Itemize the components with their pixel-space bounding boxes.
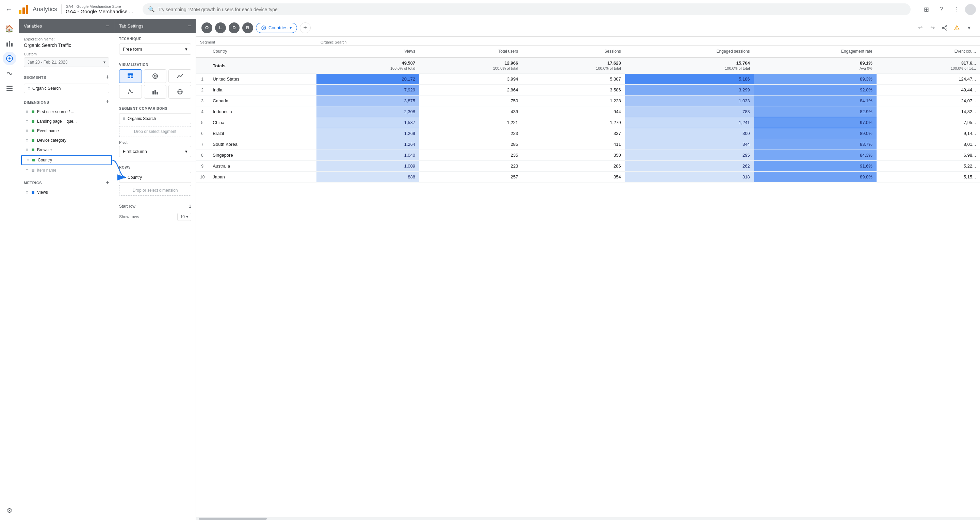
row-event-count: 9,14...	[877, 128, 980, 139]
add-segment-button[interactable]: +	[105, 74, 109, 81]
date-range-picker[interactable]: Jan 23 - Feb 21, 2023 ▾	[24, 57, 109, 67]
help-button[interactable]: ?	[935, 3, 947, 16]
total-users-header[interactable]: Total users	[419, 45, 522, 57]
viz-bar-button[interactable]	[144, 85, 167, 98]
table-row[interactable]: 8 Singapore 1,040 235 350 295 84.3% 6,98…	[196, 150, 980, 161]
dim-browser[interactable]: ⠿ Browser	[21, 146, 112, 154]
sessions-header[interactable]: Sessions	[522, 45, 625, 57]
horizontal-scrollbar[interactable]	[196, 517, 980, 520]
tab-settings-minimize-icon[interactable]: −	[188, 22, 191, 30]
rows-section: ROWS ⠿ Country Drop or select dimension	[115, 161, 196, 202]
pivot-dropdown[interactable]: First column ▾	[119, 146, 191, 157]
warning-dropdown-button[interactable]: ▾	[964, 22, 975, 33]
drop-dimension-zone[interactable]: Drop or select dimension	[119, 185, 191, 196]
viz-line-button[interactable]	[169, 69, 191, 83]
date-label: Custom	[24, 52, 109, 56]
nav-reports[interactable]	[3, 37, 16, 50]
dim-event-name[interactable]: ⠿ Event name	[21, 127, 112, 135]
event-count-header[interactable]: Event cou...	[877, 45, 980, 57]
table-row[interactable]: 10 Japan 888 257 354 318 89.8% 5,15...	[196, 172, 980, 182]
add-tab-button[interactable]: +	[300, 22, 311, 33]
table-row[interactable]: 1 United States 20,172 3,994 5,807 5,186…	[196, 74, 980, 85]
scrollbar-thumb[interactable]	[199, 518, 267, 520]
title-main: GA4 - Google Merchandise ...	[66, 8, 133, 14]
nav-library[interactable]	[3, 82, 16, 95]
dim-device-category[interactable]: ⠿ Device category	[21, 136, 112, 145]
show-rows-dropdown[interactable]: 10 ▾	[177, 213, 191, 221]
viz-geo-button[interactable]	[169, 85, 191, 98]
segment-comp-organic[interactable]: ⠿ Organic Search	[119, 113, 191, 124]
country-header[interactable]: Country	[208, 45, 317, 57]
table-row[interactable]: 6 Brazil 1,269 223 337 300 89.0% 9,14...	[196, 128, 980, 139]
search-bar[interactable]: 🔍	[143, 3, 911, 15]
segment-chip-organic[interactable]: ⠿ Organic Search	[24, 84, 109, 93]
share-button[interactable]	[939, 22, 950, 33]
dim-item-name[interactable]: ⠿ Item name	[21, 166, 112, 175]
variables-minimize-icon[interactable]: −	[105, 22, 109, 30]
row-country-chip[interactable]: ⠿ Country	[119, 172, 191, 183]
table-row[interactable]: 7 South Korea 1,264 285 411 344 83.7% 8,…	[196, 139, 980, 150]
row-total-users: 235	[419, 150, 522, 161]
engaged-sessions-header[interactable]: Engaged sessions	[625, 45, 754, 57]
tab-countries[interactable]: Countries ▾	[256, 23, 297, 33]
row-sessions: 5,807	[522, 74, 625, 85]
nav-explore[interactable]	[3, 52, 16, 65]
table-row[interactable]: 3 Canada 3,875 750 1,228 1,033 84.1% 24,…	[196, 95, 980, 106]
table-row[interactable]: 4 Indonesia 2,308 439 944 783 82.9% 14,8…	[196, 106, 980, 117]
tab-circle-l[interactable]: L	[215, 22, 226, 33]
variables-panel: Variables − Exploration Name: Organic Se…	[19, 19, 115, 520]
totals-sessions: 17,623	[527, 60, 621, 66]
grid-icon-button[interactable]: ⊞	[920, 3, 932, 16]
row-event-count: 24,07...	[877, 95, 980, 106]
totals-engaged-cell: 15,704 100.0% of total	[625, 57, 754, 74]
svg-rect-13	[130, 75, 133, 76]
dim-label: Item name	[37, 168, 56, 173]
svg-rect-2	[26, 5, 28, 14]
row-engagement-rate: 84.1%	[754, 95, 877, 106]
viz-table-button[interactable]	[119, 69, 142, 83]
svg-point-31	[946, 29, 947, 30]
row-engagement-rate: 89.8%	[754, 172, 877, 182]
row-views: 3,875	[317, 95, 419, 106]
tab-circle-o[interactable]: O	[202, 22, 212, 33]
dim-first-user-source[interactable]: ⠿ First user source / ...	[21, 108, 112, 116]
table-row[interactable]: 5 China 1,587 1,221 1,279 1,241 97.0% 7,…	[196, 117, 980, 128]
search-input[interactable]	[158, 7, 905, 12]
warning-button[interactable]	[951, 22, 962, 33]
views-header[interactable]: Views	[317, 45, 419, 57]
totals-event-count-cell: 317,6... 100.0% of tot...	[877, 57, 980, 74]
nav-settings[interactable]: ⚙	[3, 504, 16, 517]
dim-country[interactable]: ⠿ Country	[21, 155, 112, 165]
redo-button[interactable]: ↪	[927, 22, 938, 33]
svg-rect-5	[11, 43, 13, 46]
tab-circle-d[interactable]: D	[229, 22, 240, 33]
engagement-rate-header[interactable]: Engagement rate	[754, 45, 877, 57]
row-rank: 5	[196, 117, 208, 128]
metric-views[interactable]: ⠿ Views	[21, 188, 112, 197]
viz-scatter-button[interactable]	[119, 85, 142, 98]
row-engaged: 318	[625, 172, 754, 182]
drop-segment-zone[interactable]: Drop or select segment	[119, 126, 191, 137]
more-menu-button[interactable]: ⋮	[950, 3, 962, 16]
back-button[interactable]: ←	[4, 4, 14, 14]
dim-landing-page[interactable]: ⠿ Landing page + que...	[21, 117, 112, 126]
segments-title: SEGMENTS	[24, 75, 46, 79]
row-rank: 10	[196, 172, 208, 182]
segment-header-cell: Segment	[196, 37, 317, 45]
table-row[interactable]: 2 India 7,929 2,864 3,586 3,299 92.0% 49…	[196, 85, 980, 95]
add-dimension-button[interactable]: +	[105, 98, 109, 106]
row-views: 20,172	[317, 74, 419, 85]
technique-dropdown[interactable]: Free form ▾	[119, 43, 191, 55]
row-rank: 6	[196, 128, 208, 139]
row-drag-handle: ⠿	[123, 176, 126, 179]
add-metric-button[interactable]: +	[105, 179, 109, 186]
metrics-title: METRICS	[24, 181, 42, 185]
user-avatar[interactable]	[965, 4, 976, 15]
nav-home[interactable]: 🏠	[3, 22, 16, 35]
undo-button[interactable]: ↩	[915, 22, 926, 33]
table-row[interactable]: 9 Australia 1,009 223 286 262 91.6% 5,22…	[196, 161, 980, 172]
table-body: Totals 49,507 100.0% of total 12,966 100…	[196, 57, 980, 182]
nav-advertising[interactable]	[3, 67, 16, 80]
tab-circle-b[interactable]: B	[242, 22, 253, 33]
viz-donut-button[interactable]	[144, 69, 167, 83]
